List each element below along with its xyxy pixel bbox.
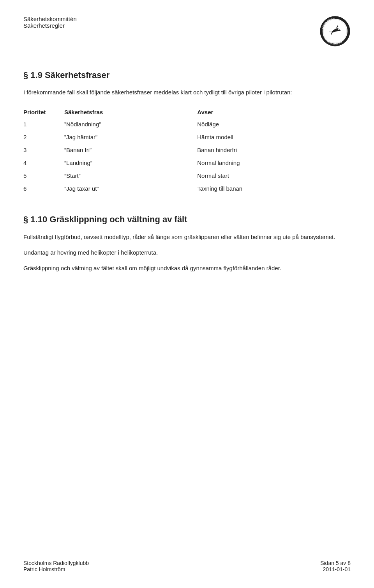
cell-meaning: Banan hinderfri (197, 143, 351, 156)
section-9: § 1.9 Säkerhetsfraser I förekommande fal… (23, 70, 351, 195)
header-title: Säkerhetskommittén (23, 16, 77, 22)
cell-phrase: ”Jag hämtar” (64, 131, 197, 143)
cell-priority: 2 (23, 131, 64, 143)
footer-date: 2011-01-01 (323, 566, 351, 572)
cell-phrase: ”Nödlandning” (64, 118, 197, 131)
page: Säkerhetskommittén Säkerhetsregler STOCK… (0, 0, 374, 588)
cell-priority: 1 (23, 118, 64, 131)
table-row: 2”Jag hämtar”Hämta modell (23, 131, 351, 143)
footer-author: Patric Holmström (23, 566, 89, 572)
cell-meaning: Normal start (197, 169, 351, 182)
table-row: 3”Banan fri”Banan hinderfri (23, 143, 351, 156)
cell-priority: 4 (23, 156, 64, 169)
footer-page-info: Sidan 5 av 8 (320, 560, 351, 566)
header: Säkerhetskommittén Säkerhetsregler STOCK… (23, 16, 351, 47)
section-10: § 1.10 Gräsklippning och vältning av fäl… (23, 214, 351, 273)
header-subtitle: Säkerhetsregler (23, 22, 77, 29)
cell-priority: 5 (23, 169, 64, 182)
cell-meaning: Normal landning (197, 156, 351, 169)
logo: STOCKHOLMS RADIO FLYG KLUBB ÅÅ (319, 16, 351, 47)
table-row: 6”Jag taxar ut”Taxning till banan (23, 182, 351, 195)
cell-phrase: ”Banan fri” (64, 143, 197, 156)
footer-left: Stockholms Radioflygklubb Patric Holmstr… (23, 560, 89, 572)
section-10-p3: Gräsklippning och vältning av fältet ska… (23, 264, 351, 273)
footer: Stockholms Radioflygklubb Patric Holmstr… (23, 560, 351, 572)
section-9-heading: § 1.9 Säkerhetsfraser (23, 70, 351, 80)
cell-meaning: Nödläge (197, 118, 351, 131)
header-text: Säkerhetskommittén Säkerhetsregler (23, 16, 77, 29)
safety-table: Prioritet Säkerhetsfras Avser 1”Nödlandn… (23, 106, 351, 195)
table-row: 4”Landning”Normal landning (23, 156, 351, 169)
cell-priority: 3 (23, 143, 64, 156)
section-10-heading: § 1.10 Gräsklippning och vältning av fäl… (23, 214, 351, 225)
cell-priority: 6 (23, 182, 64, 195)
cell-meaning: Hämta modell (197, 131, 351, 143)
cell-meaning: Taxning till banan (197, 182, 351, 195)
table-row: 5”Start”Normal start (23, 169, 351, 182)
col-header-priority: Prioritet (23, 106, 64, 118)
cell-phrase: ”Jag taxar ut” (64, 182, 197, 195)
section-10-p2: Undantag är hovring med helikopter i hel… (23, 248, 351, 257)
section-10-p1: Fullständigt flygförbud, oavsett modellt… (23, 232, 351, 242)
table-row: 1”Nödlandning”Nödläge (23, 118, 351, 131)
col-header-phrase: Säkerhetsfras (64, 106, 197, 118)
cell-phrase: ”Start” (64, 169, 197, 182)
footer-right: Sidan 5 av 8 2011-01-01 (320, 560, 351, 572)
cell-phrase: ”Landning” (64, 156, 197, 169)
section-9-intro: I förekommande fall skall följande säker… (23, 88, 351, 97)
col-header-meaning: Avser (197, 106, 351, 118)
footer-org: Stockholms Radioflygklubb (23, 560, 89, 566)
table-header-row: Prioritet Säkerhetsfras Avser (23, 106, 351, 118)
